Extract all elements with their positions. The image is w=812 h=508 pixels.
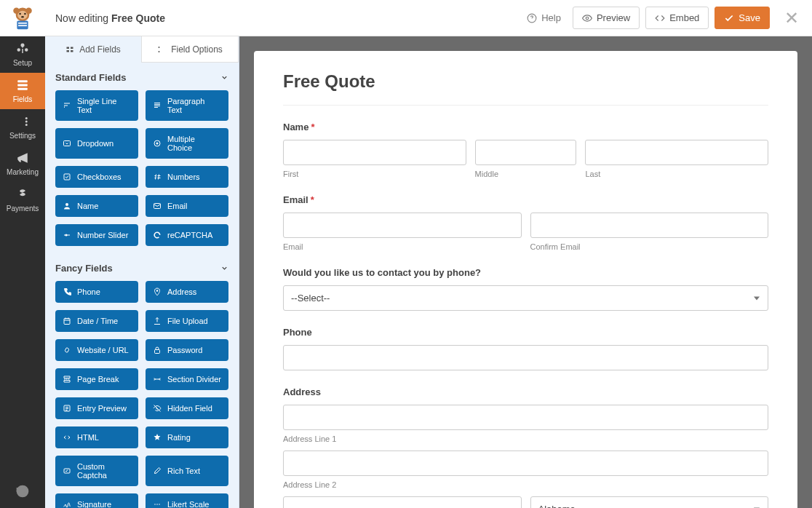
svg-rect-32 bbox=[64, 319, 70, 325]
svg-rect-12 bbox=[17, 80, 28, 82]
input-email-confirm[interactable] bbox=[530, 213, 769, 238]
app-logo bbox=[0, 6, 45, 31]
svg-point-36 bbox=[154, 504, 156, 505]
field-type-website-url[interactable]: Website / URL bbox=[55, 339, 138, 361]
svg-point-11 bbox=[586, 17, 589, 20]
preview-area: Free Quote Name* First Middle Last Email… bbox=[239, 36, 812, 508]
field-type-file-upload[interactable]: File Upload bbox=[146, 310, 228, 332]
svg-point-30 bbox=[65, 234, 68, 237]
svg-point-4 bbox=[19, 12, 21, 15]
input-name-last[interactable] bbox=[585, 140, 768, 165]
field-type-dropdown[interactable]: Dropdown bbox=[55, 128, 138, 159]
embed-button[interactable]: Embed bbox=[645, 7, 709, 29]
svg-point-3 bbox=[25, 7, 32, 13]
help-link[interactable]: Help bbox=[521, 8, 567, 28]
section-standard-toggle[interactable]: Standard Fields bbox=[55, 72, 228, 83]
nav-settings[interactable]: Settings bbox=[0, 109, 45, 146]
label-name: Name* bbox=[283, 122, 768, 132]
svg-point-31 bbox=[156, 290, 159, 292]
svg-point-5 bbox=[24, 12, 26, 15]
svg-rect-9 bbox=[18, 25, 27, 26]
field-type-rich-text[interactable]: Rich Text bbox=[146, 456, 228, 486]
nav-payments[interactable]: Payments bbox=[0, 182, 45, 218]
select-state[interactable]: Alabama bbox=[530, 496, 769, 508]
field-type-address[interactable]: Address bbox=[146, 281, 228, 303]
section-fancy-toggle[interactable]: Fancy Fields bbox=[55, 263, 228, 274]
field-type-single-line-text[interactable]: Single Line Text bbox=[55, 90, 138, 121]
label-email: Email* bbox=[283, 194, 768, 205]
main-nav-rail: Setup Fields Settings Marketing Payments bbox=[0, 36, 45, 508]
field-phone[interactable]: Phone bbox=[283, 327, 768, 370]
section-standard: Standard Fields Single Line TextParagrap… bbox=[45, 63, 239, 253]
field-type-name[interactable]: Name bbox=[55, 195, 138, 217]
field-type-section-divider[interactable]: Section Divider bbox=[146, 368, 228, 390]
svg-rect-24 bbox=[64, 141, 71, 146]
preview-button[interactable]: Preview bbox=[573, 7, 640, 29]
tab-field-options[interactable]: Field Options bbox=[142, 36, 239, 63]
field-address[interactable]: Address Address Line 1 Address Line 2 Ci… bbox=[283, 386, 768, 508]
label-phone: Phone bbox=[283, 327, 768, 338]
svg-rect-18 bbox=[67, 47, 70, 49]
svg-point-23 bbox=[159, 51, 160, 52]
field-contact-by-phone[interactable]: Would you like us to contact you by phon… bbox=[283, 267, 768, 311]
select-contact-phone[interactable]: --Select-- bbox=[283, 285, 768, 311]
close-button[interactable]: ✕ bbox=[776, 8, 802, 28]
svg-point-37 bbox=[156, 504, 158, 505]
svg-rect-8 bbox=[18, 22, 27, 23]
svg-point-6 bbox=[21, 16, 24, 18]
svg-point-38 bbox=[159, 504, 160, 505]
input-city[interactable] bbox=[283, 496, 522, 508]
field-type-recaptcha[interactable]: reCAPTCHA bbox=[146, 224, 228, 246]
svg-rect-19 bbox=[71, 47, 73, 49]
nav-fields[interactable]: Fields bbox=[0, 73, 45, 109]
save-button[interactable]: Save bbox=[715, 7, 770, 29]
field-type-signature[interactable]: Signature bbox=[55, 493, 138, 508]
nav-marketing[interactable]: Marketing bbox=[0, 146, 45, 182]
input-email[interactable] bbox=[283, 213, 522, 238]
svg-rect-27 bbox=[64, 174, 70, 180]
field-type-custom-captcha[interactable]: Custom Captcha bbox=[55, 456, 138, 486]
field-type-checkboxes[interactable]: Checkboxes bbox=[55, 166, 138, 188]
field-type-hidden-field[interactable]: Hidden Field bbox=[146, 397, 228, 419]
input-address-line2[interactable] bbox=[283, 451, 768, 476]
topbar-actions: Help Preview Embed Save ✕ bbox=[521, 7, 802, 29]
svg-point-15 bbox=[25, 117, 28, 119]
form-preview: Free Quote Name* First Middle Last Email… bbox=[254, 51, 797, 508]
input-name-middle[interactable] bbox=[475, 140, 577, 165]
label-address: Address bbox=[283, 386, 768, 397]
field-type-page-break[interactable]: Page Break bbox=[55, 368, 138, 390]
field-email[interactable]: Email* Email Confirm Email bbox=[283, 194, 768, 251]
svg-rect-21 bbox=[71, 50, 73, 52]
svg-point-16 bbox=[25, 121, 28, 123]
input-name-first[interactable] bbox=[283, 140, 466, 165]
field-type-likert-scale[interactable]: Likert Scale bbox=[146, 493, 228, 508]
label-contact-phone: Would you like us to contact you by phon… bbox=[283, 267, 768, 278]
svg-point-22 bbox=[159, 47, 160, 48]
nav-history[interactable] bbox=[0, 475, 45, 508]
page-title: Now editing Free Quote bbox=[55, 12, 165, 24]
fields-panel: Add Fields Field Options Standard Fields… bbox=[45, 36, 239, 508]
input-address-line1[interactable] bbox=[283, 405, 768, 430]
svg-point-2 bbox=[13, 7, 20, 13]
svg-point-26 bbox=[156, 143, 159, 145]
nav-setup[interactable]: Setup bbox=[0, 36, 45, 73]
section-fancy: Fancy Fields PhoneAddressDate / TimeFile… bbox=[45, 253, 239, 508]
svg-rect-13 bbox=[17, 84, 28, 87]
field-type-numbers[interactable]: Numbers bbox=[146, 166, 228, 188]
field-type-paragraph-text[interactable]: Paragraph Text bbox=[146, 90, 228, 121]
field-type-multiple-choice[interactable]: Multiple Choice bbox=[146, 128, 228, 159]
svg-rect-14 bbox=[17, 88, 28, 90]
tab-add-fields[interactable]: Add Fields bbox=[45, 36, 142, 63]
field-type-rating[interactable]: Rating bbox=[146, 426, 228, 448]
field-type-phone[interactable]: Phone bbox=[55, 281, 138, 303]
field-type-number-slider[interactable]: Number Slider bbox=[55, 224, 138, 246]
input-phone[interactable] bbox=[283, 345, 768, 370]
field-type-entry-preview[interactable]: Entry Preview bbox=[55, 397, 138, 419]
svg-rect-33 bbox=[155, 350, 160, 354]
field-type-html[interactable]: HTML bbox=[55, 426, 138, 448]
topbar: Now editing Free Quote Help Preview Embe… bbox=[0, 0, 812, 36]
field-type-date-time[interactable]: Date / Time bbox=[55, 310, 138, 332]
field-type-email[interactable]: Email bbox=[146, 195, 228, 217]
field-type-password[interactable]: Password bbox=[146, 339, 228, 361]
field-name[interactable]: Name* First Middle Last bbox=[283, 122, 768, 178]
